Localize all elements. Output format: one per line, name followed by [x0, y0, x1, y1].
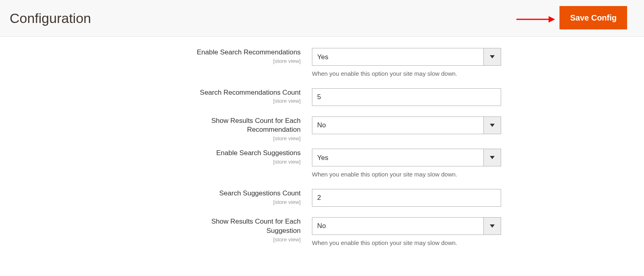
page-header: Configuration Save Config [0, 0, 644, 37]
field-label: Enable Search Recommendations [197, 48, 301, 57]
save-config-button[interactable]: Save Config [559, 6, 627, 29]
field-enable-search-suggestions: Enable Search Suggestions [store view] Y… [0, 149, 644, 178]
field-enable-search-recommendations: Enable Search Recommendations [store vie… [0, 48, 644, 78]
field-note: When you enable this option your site ma… [312, 170, 501, 178]
scope-label: [store view] [0, 135, 301, 141]
field-show-results-per-recommendation: Show Results Count for Each Recommendati… [0, 116, 644, 142]
scope-label: [store view] [0, 199, 301, 205]
arrow-annotation-icon [516, 15, 555, 23]
field-search-recommendations-count: Search Recommendations Count [store view… [0, 88, 644, 106]
enable-search-suggestions-select[interactable]: Yes [312, 149, 501, 166]
show-results-per-recommendation-select[interactable]: No [312, 116, 501, 134]
field-note: When you enable this option your site ma… [312, 70, 501, 78]
field-show-results-per-suggestion: Show Results Count for Each Suggestion [… [0, 217, 644, 247]
search-recommendations-count-input[interactable] [312, 88, 501, 106]
scope-label: [store view] [0, 58, 301, 64]
scope-label: [store view] [0, 98, 301, 104]
page-title: Configuration [10, 10, 91, 27]
scope-label: [store view] [0, 159, 301, 165]
field-label: Show Results Count for Each Suggestion [176, 217, 301, 236]
field-label: Show Results Count for Each Recommendati… [176, 116, 301, 135]
field-search-suggestions-count: Search Suggestions Count [store view] [0, 189, 644, 207]
field-label: Enable Search Suggestions [216, 149, 301, 158]
scope-label: [store view] [0, 237, 301, 243]
field-note: When you enable this option your site ma… [312, 239, 501, 247]
field-label: Search Recommendations Count [200, 88, 301, 98]
config-form: Enable Search Recommendations [store vie… [0, 37, 644, 273]
field-label: Search Suggestions Count [219, 189, 301, 198]
enable-search-recommendations-select[interactable]: Yes [312, 48, 501, 66]
search-suggestions-count-input[interactable] [312, 189, 501, 207]
svg-marker-1 [549, 16, 555, 23]
show-results-per-suggestion-select[interactable]: No [312, 217, 501, 235]
